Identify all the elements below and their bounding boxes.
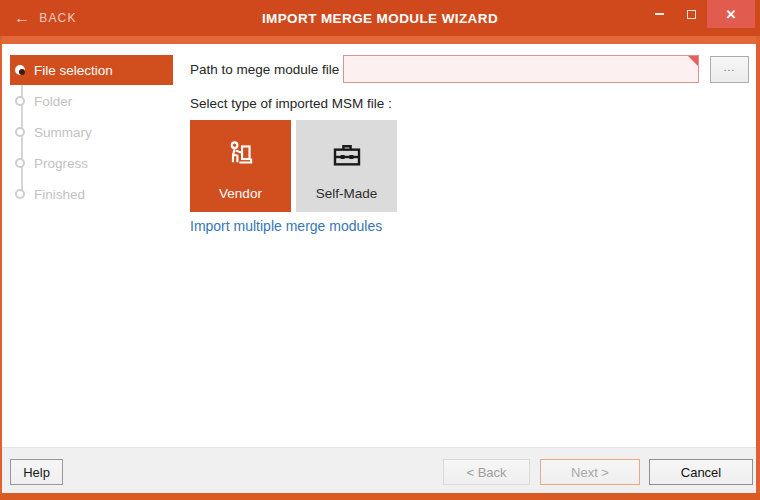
step-radio-icon [15, 189, 25, 199]
window-title: IMPORT MERGE MODULE WIZARD [120, 0, 640, 36]
msm-type-tiles: Vendor Self-Made [190, 120, 397, 212]
window-border-bottom [0, 493, 760, 500]
titlebar-accent-band [0, 36, 760, 44]
help-label: Help [23, 465, 50, 480]
titlebar-back-button[interactable]: ← BACK [14, 0, 77, 36]
step-label: Folder [34, 94, 72, 109]
vendor-tile-button[interactable]: Vendor [190, 120, 291, 212]
browse-button[interactable]: ... [710, 56, 749, 83]
maximize-button[interactable] [675, 0, 707, 28]
vendor-tile-label: Vendor [219, 186, 262, 201]
step-file-selection[interactable]: File selection [10, 55, 173, 85]
next-button[interactable]: Next > [540, 459, 640, 485]
validation-error-corner-icon [688, 56, 698, 66]
cancel-button[interactable]: Cancel [649, 459, 753, 485]
self-made-tile-button[interactable]: Self-Made [296, 120, 397, 212]
step-radio-icon [15, 65, 25, 75]
close-icon: ✕ [726, 7, 737, 22]
import-multiple-modules-link[interactable]: Import multiple merge modules [190, 218, 382, 234]
back-label: BACK [39, 11, 76, 25]
window-border-right [756, 36, 760, 500]
step-label: Finished [34, 187, 85, 202]
footer-bar: Help < Back Next > Cancel [2, 447, 756, 493]
next-button-label: Next > [571, 465, 609, 480]
step-radio-icon [15, 158, 25, 168]
back-button[interactable]: < Back [443, 459, 530, 485]
path-input[interactable] [343, 55, 699, 83]
step-label: Summary [34, 125, 92, 140]
step-progress[interactable]: Progress [10, 148, 173, 178]
minimize-button[interactable] [643, 0, 675, 28]
step-radio-icon [15, 96, 25, 106]
msm-type-label: Select type of imported MSM file : [190, 96, 392, 111]
step-radio-icon [15, 127, 25, 137]
hand-truck-person-icon [224, 137, 258, 173]
self-made-tile-label: Self-Made [316, 186, 378, 201]
minimize-icon [655, 13, 664, 15]
wizard-window: ← BACK IMPORT MERGE MODULE WIZARD ✕ File… [0, 0, 760, 500]
browse-label: ... [724, 62, 735, 73]
back-arrow-icon: ← [14, 10, 31, 26]
help-button[interactable]: Help [10, 459, 63, 485]
step-folder[interactable]: Folder [10, 86, 173, 116]
close-button[interactable]: ✕ [707, 0, 755, 28]
window-controls: ✕ [643, 0, 755, 28]
step-summary[interactable]: Summary [10, 117, 173, 147]
step-label: File selection [34, 63, 113, 78]
wizard-steps-sidebar: File selection Folder Summary Progress F… [2, 44, 188, 254]
back-button-label: < Back [466, 465, 506, 480]
path-field-label: Path to mege module file [190, 62, 339, 77]
maximize-icon [687, 10, 696, 19]
cancel-button-label: Cancel [681, 465, 721, 480]
toolbox-icon [329, 137, 365, 173]
step-finished[interactable]: Finished [10, 179, 173, 209]
step-label: Progress [34, 156, 88, 171]
